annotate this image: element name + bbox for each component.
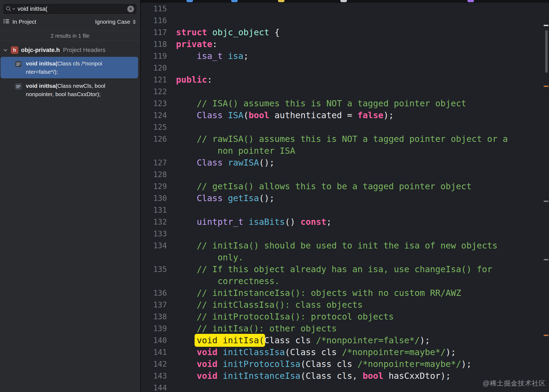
scope-in-project[interactable]: In Project (3, 19, 36, 25)
code-text: void initProtocolIsa(Class cls /*nonpoin… (167, 359, 471, 369)
code-text: // initInstanceIsa(): objects with no cu… (167, 288, 461, 298)
code-text: struct objc_object { (167, 27, 280, 37)
line-number[interactable]: 119 (141, 52, 167, 61)
code-line[interactable]: 137 // initClassIsa(): class objects (141, 299, 549, 311)
line-number[interactable]: 125 (141, 123, 167, 132)
code-line[interactable]: 117struct objc_object { (141, 26, 549, 38)
code-line[interactable]: 133 (141, 228, 549, 240)
disclosure-chevron-icon[interactable] (3, 49, 8, 52)
code-line[interactable]: 126 // rawISA() assumes this is NOT a ta… (141, 133, 549, 145)
search-input[interactable] (17, 5, 125, 13)
tab-icon-fragment (231, 0, 238, 2)
code-line[interactable]: 118private: (141, 38, 549, 50)
code-token (176, 158, 197, 168)
code-line[interactable]: 135 // If this object already has an isa… (141, 263, 549, 275)
code-line[interactable]: 134 // initIsa() should be used to init … (141, 240, 549, 251)
code-token: Class (197, 158, 223, 168)
tab-icon-fragment (186, 0, 193, 2)
code-line[interactable]: correctness. (141, 275, 549, 287)
line-number[interactable]: 117 (141, 28, 167, 37)
code-token: ; (326, 217, 332, 227)
code-line[interactable]: 130 Class getIsa(); (141, 192, 549, 204)
line-number[interactable]: 123 (141, 99, 167, 108)
code-line[interactable]: 120 (141, 62, 549, 74)
code-line[interactable]: 125 (141, 121, 549, 133)
code-line[interactable]: 138 // initProtocolIsa(): protocol objec… (141, 311, 549, 323)
code-line[interactable]: 131 (141, 204, 549, 216)
code-token: ( (243, 110, 248, 120)
code-text: // initProtocolIsa(): protocol objects (167, 312, 394, 322)
code-line[interactable]: 123 // ISA() assumes this is NOT a tagge… (141, 97, 549, 109)
code-token: { (269, 27, 280, 37)
line-number[interactable]: 126 (141, 135, 167, 144)
code-token: void (197, 359, 217, 369)
code-token: /*nonpointer=maybe*/ (342, 347, 446, 357)
line-number[interactable]: 128 (141, 170, 167, 179)
line-number[interactable]: 144 (141, 383, 167, 392)
line-number[interactable]: 143 (141, 372, 167, 380)
line-number[interactable]: 120 (141, 64, 167, 72)
search-icon[interactable] (6, 6, 15, 12)
search-field[interactable]: ✕ (3, 3, 137, 15)
code-line[interactable]: 115 (141, 3, 549, 15)
code-line[interactable]: 121public: (141, 74, 549, 86)
search-result-item[interactable]: void initIsa(Class cls /*nonpoi nter=fal… (1, 57, 138, 78)
search-result-item[interactable]: void initIsa(Class newCls, bool nonpoint… (1, 79, 138, 101)
line-number[interactable]: 130 (141, 194, 167, 203)
code-line[interactable]: 124 Class ISA(bool authenticated = false… (141, 109, 549, 121)
code-line[interactable]: 128 (141, 169, 549, 180)
result-context: Class cls /*nonpoi (57, 60, 102, 66)
line-number[interactable]: 127 (141, 158, 167, 167)
line-number[interactable]: 135 (141, 265, 167, 274)
code-line[interactable]: 141 void initClassIsa(Class cls /*nonpoi… (141, 346, 549, 358)
line-number[interactable]: 131 (141, 206, 167, 215)
file-row[interactable]: h objc-private.h Project Headers (0, 44, 140, 56)
line-number[interactable]: 118 (141, 40, 167, 49)
code-line[interactable]: only. (141, 251, 549, 263)
code-line[interactable]: 140 void initIsa(Class cls /*nonpointer=… (141, 334, 549, 346)
code-line[interactable]: 139 // initIsa(): other objects (141, 323, 549, 334)
line-number[interactable]: 134 (141, 241, 167, 250)
code-token: ISA (228, 110, 244, 120)
scope-label: In Project (12, 19, 36, 25)
line-number[interactable]: 140 (141, 336, 167, 345)
line-number[interactable]: 122 (141, 87, 167, 96)
code-token (217, 347, 223, 357)
line-number[interactable]: 138 (141, 312, 167, 321)
code-token (176, 288, 197, 298)
line-number[interactable]: 141 (141, 348, 167, 357)
code-text: // initIsa(): other objects (167, 323, 337, 334)
line-number[interactable]: 132 (141, 218, 167, 226)
code-token (176, 264, 197, 274)
code-snippet-icon (15, 60, 22, 76)
line-number[interactable]: 142 (141, 360, 167, 369)
code-token: bool (363, 371, 383, 381)
code-token: void (197, 347, 217, 357)
line-number[interactable]: 139 (141, 324, 167, 333)
result-context: nonpointer, bool hasCxxDtor); (26, 90, 105, 98)
clear-search-icon[interactable]: ✕ (127, 6, 134, 12)
code-line[interactable]: 136 // initInstanceIsa(): objects with n… (141, 287, 549, 299)
line-number[interactable]: 115 (141, 4, 167, 13)
line-number[interactable]: 124 (141, 111, 167, 120)
code-line[interactable]: 122 (141, 86, 549, 97)
code-token: ); (446, 347, 456, 357)
line-number[interactable]: 121 (141, 75, 167, 84)
case-sensitivity-dropdown[interactable]: Ignoring Case (95, 19, 136, 25)
code-line[interactable]: non pointer ISA (141, 145, 549, 157)
line-number[interactable]: 129 (141, 182, 167, 191)
code-line[interactable]: 116 (141, 15, 549, 26)
file-group: Project Headers (63, 47, 105, 54)
scrollbar-thumb[interactable] (545, 30, 548, 73)
scrollbar-mark (544, 25, 548, 26)
line-number[interactable]: 116 (141, 16, 167, 25)
line-number[interactable]: 137 (141, 300, 167, 309)
line-number[interactable]: 133 (141, 229, 167, 238)
code-line[interactable]: 132 uintptr_t isaBits() const; (141, 216, 549, 228)
tab-icon-fragment (278, 0, 284, 2)
line-number[interactable]: 136 (141, 289, 167, 298)
code-line[interactable]: 127 Class rawISA(); (141, 157, 549, 169)
code-line[interactable]: 119 isa_t isa; (141, 50, 549, 62)
code-line[interactable]: 142 void initProtocolIsa(Class cls /*non… (141, 358, 549, 370)
code-line[interactable]: 129 // getIsa() allows this to be a tagg… (141, 180, 549, 192)
